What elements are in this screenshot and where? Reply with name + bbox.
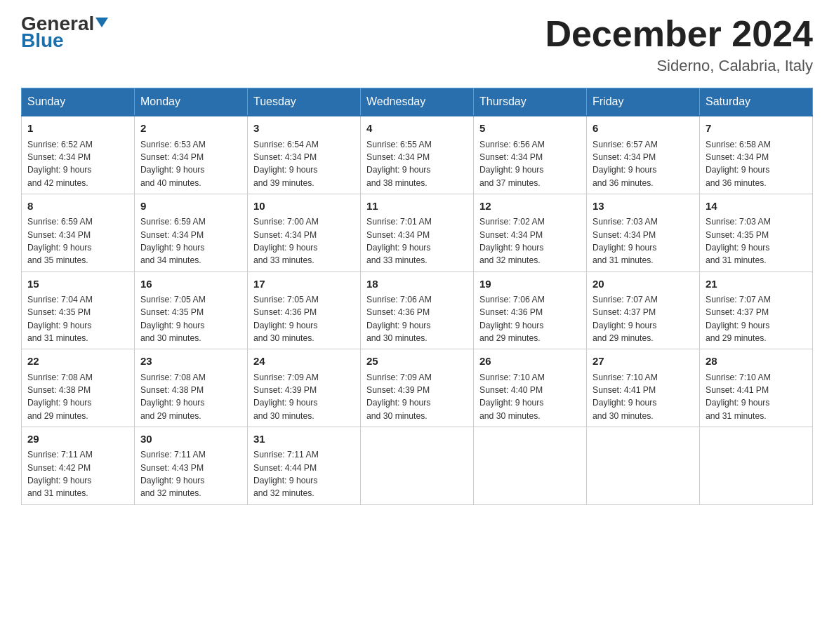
day-info: Sunrise: 7:09 AMSunset: 4:39 PMDaylight:… <box>366 371 468 422</box>
calendar-cell: 24Sunrise: 7:09 AMSunset: 4:39 PMDayligh… <box>248 349 361 427</box>
logo: General Blue <box>21 14 108 51</box>
day-info: Sunrise: 7:05 AMSunset: 4:36 PMDaylight:… <box>253 293 355 344</box>
week-row-2: 8Sunrise: 6:59 AMSunset: 4:34 PMDaylight… <box>22 194 813 271</box>
header-day-wednesday: Wednesday <box>361 88 474 116</box>
calendar-header: SundayMondayTuesdayWednesdayThursdayFrid… <box>22 88 813 116</box>
page-header: General Blue December 2024 Siderno, Cala… <box>21 14 813 75</box>
day-number: 23 <box>140 354 241 370</box>
week-row-1: 1Sunrise: 6:52 AMSunset: 4:34 PMDaylight… <box>22 116 813 194</box>
day-info: Sunrise: 7:05 AMSunset: 4:35 PMDaylight:… <box>140 293 241 344</box>
day-info: Sunrise: 7:10 AMSunset: 4:40 PMDaylight:… <box>479 371 581 422</box>
title-area: December 2024 Siderno, Calabria, Italy <box>545 14 813 75</box>
calendar-cell: 17Sunrise: 7:05 AMSunset: 4:36 PMDayligh… <box>248 271 361 349</box>
calendar-cell: 19Sunrise: 7:06 AMSunset: 4:36 PMDayligh… <box>474 271 587 349</box>
day-number: 17 <box>253 276 355 293</box>
calendar-body: 1Sunrise: 6:52 AMSunset: 4:34 PMDaylight… <box>22 116 813 504</box>
day-number: 20 <box>593 276 694 293</box>
day-info: Sunrise: 6:59 AMSunset: 4:34 PMDaylight:… <box>27 215 128 267</box>
day-info: Sunrise: 7:06 AMSunset: 4:36 PMDaylight:… <box>366 293 468 344</box>
day-info: Sunrise: 6:52 AMSunset: 4:34 PMDaylight:… <box>27 138 128 189</box>
day-info: Sunrise: 6:53 AMSunset: 4:34 PMDaylight:… <box>140 138 241 189</box>
calendar-cell: 7Sunrise: 6:58 AMSunset: 4:34 PMDaylight… <box>700 116 813 194</box>
calendar-cell: 6Sunrise: 6:57 AMSunset: 4:34 PMDaylight… <box>587 116 700 194</box>
day-number: 27 <box>593 354 694 370</box>
calendar-cell: 16Sunrise: 7:05 AMSunset: 4:35 PMDayligh… <box>135 271 248 349</box>
day-info: Sunrise: 7:11 AMSunset: 4:42 PMDaylight:… <box>27 448 128 499</box>
day-number: 12 <box>479 199 581 215</box>
day-info: Sunrise: 7:02 AMSunset: 4:34 PMDaylight:… <box>479 215 581 267</box>
day-number: 21 <box>706 276 807 293</box>
location-title: Siderno, Calabria, Italy <box>545 57 813 75</box>
header-day-tuesday: Tuesday <box>248 88 361 116</box>
day-number: 15 <box>27 276 128 293</box>
day-number: 5 <box>479 121 581 137</box>
calendar-cell: 9Sunrise: 6:59 AMSunset: 4:34 PMDaylight… <box>135 194 248 271</box>
week-row-3: 15Sunrise: 7:04 AMSunset: 4:35 PMDayligh… <box>22 271 813 349</box>
day-number: 2 <box>140 121 241 137</box>
day-info: Sunrise: 6:57 AMSunset: 4:34 PMDaylight:… <box>593 138 694 189</box>
day-info: Sunrise: 6:56 AMSunset: 4:34 PMDaylight:… <box>479 138 581 189</box>
logo-triangle-icon <box>95 18 108 27</box>
day-info: Sunrise: 7:03 AMSunset: 4:35 PMDaylight:… <box>706 215 807 267</box>
day-info: Sunrise: 7:01 AMSunset: 4:34 PMDaylight:… <box>366 215 468 267</box>
day-info: Sunrise: 7:11 AMSunset: 4:44 PMDaylight:… <box>253 448 355 499</box>
calendar-cell: 22Sunrise: 7:08 AMSunset: 4:38 PMDayligh… <box>22 349 135 427</box>
calendar-cell: 2Sunrise: 6:53 AMSunset: 4:34 PMDaylight… <box>135 116 248 194</box>
header-row: SundayMondayTuesdayWednesdayThursdayFrid… <box>22 88 813 116</box>
header-day-saturday: Saturday <box>700 88 813 116</box>
header-day-friday: Friday <box>587 88 700 116</box>
month-title: December 2024 <box>545 14 813 54</box>
day-info: Sunrise: 7:00 AMSunset: 4:34 PMDaylight:… <box>253 215 355 267</box>
calendar-cell: 20Sunrise: 7:07 AMSunset: 4:37 PMDayligh… <box>587 271 700 349</box>
calendar-cell: 12Sunrise: 7:02 AMSunset: 4:34 PMDayligh… <box>474 194 587 271</box>
header-day-thursday: Thursday <box>474 88 587 116</box>
day-info: Sunrise: 7:10 AMSunset: 4:41 PMDaylight:… <box>593 371 694 422</box>
day-info: Sunrise: 7:07 AMSunset: 4:37 PMDaylight:… <box>706 293 807 344</box>
calendar-cell: 30Sunrise: 7:11 AMSunset: 4:43 PMDayligh… <box>135 427 248 504</box>
day-info: Sunrise: 7:11 AMSunset: 4:43 PMDaylight:… <box>140 448 241 499</box>
day-number: 24 <box>253 354 355 370</box>
week-row-5: 29Sunrise: 7:11 AMSunset: 4:42 PMDayligh… <box>22 427 813 504</box>
day-info: Sunrise: 7:06 AMSunset: 4:36 PMDaylight:… <box>479 293 581 344</box>
day-number: 1 <box>27 121 128 137</box>
day-number: 7 <box>706 121 807 137</box>
day-info: Sunrise: 6:55 AMSunset: 4:34 PMDaylight:… <box>366 138 468 189</box>
day-info: Sunrise: 7:09 AMSunset: 4:39 PMDaylight:… <box>253 371 355 422</box>
day-number: 25 <box>366 354 468 370</box>
day-info: Sunrise: 6:58 AMSunset: 4:34 PMDaylight:… <box>706 138 807 189</box>
day-info: Sunrise: 6:54 AMSunset: 4:34 PMDaylight:… <box>253 138 355 189</box>
calendar-cell: 31Sunrise: 7:11 AMSunset: 4:44 PMDayligh… <box>248 427 361 504</box>
calendar-cell <box>700 427 813 504</box>
calendar-cell: 10Sunrise: 7:00 AMSunset: 4:34 PMDayligh… <box>248 194 361 271</box>
calendar-cell: 29Sunrise: 7:11 AMSunset: 4:42 PMDayligh… <box>22 427 135 504</box>
day-number: 26 <box>479 354 581 370</box>
day-info: Sunrise: 7:03 AMSunset: 4:34 PMDaylight:… <box>593 215 694 267</box>
day-number: 9 <box>140 199 241 215</box>
calendar-cell: 14Sunrise: 7:03 AMSunset: 4:35 PMDayligh… <box>700 194 813 271</box>
calendar-cell: 26Sunrise: 7:10 AMSunset: 4:40 PMDayligh… <box>474 349 587 427</box>
day-number: 3 <box>253 121 355 137</box>
day-info: Sunrise: 7:08 AMSunset: 4:38 PMDaylight:… <box>140 371 241 422</box>
day-number: 4 <box>366 121 468 137</box>
calendar-cell: 5Sunrise: 6:56 AMSunset: 4:34 PMDaylight… <box>474 116 587 194</box>
day-info: Sunrise: 7:04 AMSunset: 4:35 PMDaylight:… <box>27 293 128 344</box>
day-number: 8 <box>27 199 128 215</box>
day-number: 31 <box>253 431 355 448</box>
day-number: 29 <box>27 431 128 448</box>
calendar-cell <box>474 427 587 504</box>
day-info: Sunrise: 7:10 AMSunset: 4:41 PMDaylight:… <box>706 371 807 422</box>
calendar-cell: 15Sunrise: 7:04 AMSunset: 4:35 PMDayligh… <box>22 271 135 349</box>
day-number: 13 <box>593 199 694 215</box>
day-number: 22 <box>27 354 128 370</box>
day-number: 11 <box>366 199 468 215</box>
calendar-cell: 18Sunrise: 7:06 AMSunset: 4:36 PMDayligh… <box>361 271 474 349</box>
day-info: Sunrise: 6:59 AMSunset: 4:34 PMDaylight:… <box>140 215 241 267</box>
day-number: 19 <box>479 276 581 293</box>
day-number: 16 <box>140 276 241 293</box>
calendar-cell: 23Sunrise: 7:08 AMSunset: 4:38 PMDayligh… <box>135 349 248 427</box>
calendar-cell: 1Sunrise: 6:52 AMSunset: 4:34 PMDaylight… <box>22 116 135 194</box>
calendar-cell: 3Sunrise: 6:54 AMSunset: 4:34 PMDaylight… <box>248 116 361 194</box>
calendar-cell: 13Sunrise: 7:03 AMSunset: 4:34 PMDayligh… <box>587 194 700 271</box>
day-number: 14 <box>706 199 807 215</box>
calendar-cell: 27Sunrise: 7:10 AMSunset: 4:41 PMDayligh… <box>587 349 700 427</box>
